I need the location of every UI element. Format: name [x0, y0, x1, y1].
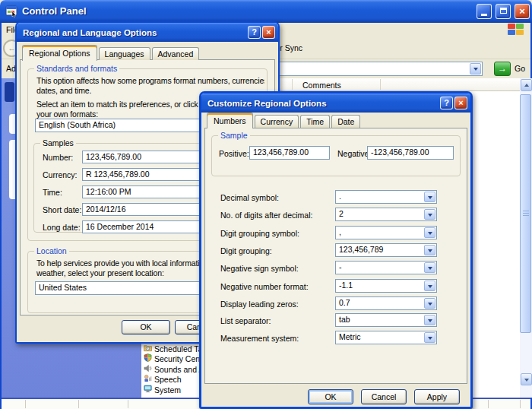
scroll-up-button[interactable]: [521, 79, 532, 91]
tab-advanced[interactable]: Advanced: [152, 47, 200, 60]
sample-number-label: Number:: [43, 153, 73, 162]
list-separator-select[interactable]: tab: [335, 313, 437, 327]
standards-group-label: Standards and formats: [34, 64, 119, 74]
go-button[interactable]: →: [494, 62, 511, 76]
maximize-button[interactable]: [496, 4, 511, 19]
digits-after-decimal-value: 2: [336, 208, 423, 220]
scroll-down-button[interactable]: [521, 373, 532, 385]
dropdown-button[interactable]: [424, 192, 435, 202]
dropdown-button[interactable]: [424, 332, 435, 343]
customize-tabstrip: Numbers Currency Time Date: [207, 113, 362, 128]
column-header-comments[interactable]: Comments: [302, 81, 341, 90]
help-icon: ?: [252, 27, 257, 36]
control-panel-titlebar: Control Panel ×: [0, 0, 532, 23]
digits-after-decimal-select[interactable]: 2: [335, 208, 437, 221]
customize-regional-options-dialog: Customize Regional Options ? × Numbers C…: [199, 91, 473, 409]
vertical-scrollbar[interactable]: [520, 78, 532, 398]
standards-desc: This option affects how some programs fo…: [36, 76, 264, 85]
address-dropdown-button[interactable]: [470, 63, 481, 75]
negative-sample-field[interactable]: -123,456,789.00: [367, 146, 454, 160]
tab-time[interactable]: Time: [300, 115, 330, 128]
sounds-icon: [144, 364, 152, 374]
decimal-symbol-label: Decimal symbol:: [220, 193, 279, 202]
dialog-title: Customize Regional Options: [207, 99, 439, 108]
digit-grouping-symbol-select[interactable]: ,: [335, 226, 437, 239]
minimize-button[interactable]: [477, 4, 492, 19]
dropdown-button[interactable]: [424, 245, 435, 255]
location-group-label: Location: [34, 246, 69, 256]
close-icon: ×: [266, 27, 271, 36]
display-leading-zeros-label: Display leading zeros:: [220, 300, 299, 309]
help-button[interactable]: ?: [248, 26, 261, 39]
security-center-icon: [144, 354, 152, 363]
negative-number-format-select[interactable]: -1.1: [335, 279, 437, 293]
close-button[interactable]: ×: [454, 97, 467, 109]
chevron-up-icon: [524, 81, 529, 87]
chevron-down-icon: [428, 267, 432, 272]
display-leading-zeros-value: 0.7: [336, 297, 423, 309]
cancel-button[interactable]: Cancel: [361, 389, 407, 404]
list-item-label: Speech: [154, 375, 182, 384]
help-button[interactable]: ?: [440, 97, 453, 109]
maximize-icon: [500, 8, 507, 14]
dropdown-button[interactable]: [424, 298, 435, 309]
minimize-icon: [481, 14, 487, 16]
close-icon: ×: [458, 98, 463, 107]
tab-date[interactable]: Date: [331, 115, 360, 128]
dropdown-button[interactable]: [424, 281, 435, 291]
digit-grouping-symbol-label: Digit grouping symbol:: [220, 229, 299, 238]
ok-button[interactable]: OK: [122, 320, 170, 334]
tab-currency[interactable]: Currency: [255, 115, 299, 128]
go-label: Go: [515, 64, 525, 73]
apply-button[interactable]: Apply: [414, 389, 460, 404]
chevron-down-icon: [428, 319, 432, 325]
digit-grouping-select[interactable]: 123,456,789: [335, 243, 437, 257]
dropdown-button[interactable]: [424, 227, 435, 238]
regional-tabstrip: Regional Options Languages Advanced: [22, 45, 201, 60]
negative-number-format-value: -1.1: [336, 280, 423, 292]
list-item[interactable]: System: [144, 385, 181, 395]
negative-number-format-label: Negative number format:: [220, 282, 309, 291]
chevron-down-icon: [428, 214, 432, 219]
go-arrow-icon: →: [498, 63, 507, 74]
negative-label: Negative:: [337, 149, 371, 158]
decimal-symbol-value: .: [336, 191, 423, 203]
ok-button[interactable]: OK: [308, 389, 353, 404]
tab-numbers[interactable]: Numbers: [207, 113, 253, 128]
tab-regional-options[interactable]: Regional Options: [22, 45, 97, 61]
scroll-thumb-grip: [523, 211, 529, 217]
tab-languages[interactable]: Languages: [99, 47, 150, 60]
system-icon: [144, 385, 152, 395]
help-icon: ?: [444, 98, 449, 107]
sample-long-date-label: Long date:: [43, 223, 81, 232]
windows-logo-icon: [508, 24, 524, 35]
measurement-system-value: Metric: [336, 331, 423, 344]
measurement-system-select[interactable]: Metric: [335, 331, 437, 344]
samples-group-label: Samples: [40, 138, 76, 148]
dropdown-button[interactable]: [424, 209, 435, 220]
chevron-down-icon: [428, 232, 432, 237]
list-separator-value: tab: [336, 314, 423, 326]
decimal-symbol-select[interactable]: .: [335, 190, 437, 204]
close-icon: ×: [519, 5, 525, 17]
customize-dialog-titlebar: Customize Regional Options ? ×: [201, 94, 470, 113]
task-pane-icon: [5, 82, 14, 102]
sample-short-date-label: Short date:: [43, 205, 81, 214]
display-leading-zeros-select[interactable]: 0.7: [335, 296, 437, 310]
close-button[interactable]: ×: [515, 4, 530, 19]
positive-sample-field[interactable]: 123,456,789.00: [249, 146, 330, 160]
negative-sign-symbol-value: -: [336, 262, 423, 274]
speech-icon: [144, 374, 152, 384]
list-item[interactable]: Speech: [144, 374, 182, 384]
regional-dialog-titlebar: Regional and Language Options ? ×: [17, 23, 278, 42]
dropdown-button[interactable]: [424, 262, 435, 273]
negative-sign-symbol-select[interactable]: -: [335, 261, 437, 274]
chevron-down-icon: [428, 249, 432, 255]
negative-sign-symbol-label: Negative sign symbol:: [220, 264, 299, 273]
screen: Control Panel × File Edit View Favorites…: [0, 0, 532, 409]
digit-grouping-label: Digit grouping:: [220, 246, 272, 255]
scroll-thumb[interactable]: [520, 94, 531, 333]
close-button[interactable]: ×: [262, 26, 275, 39]
dropdown-button[interactable]: [424, 315, 435, 325]
control-panel-icon: [5, 5, 18, 19]
